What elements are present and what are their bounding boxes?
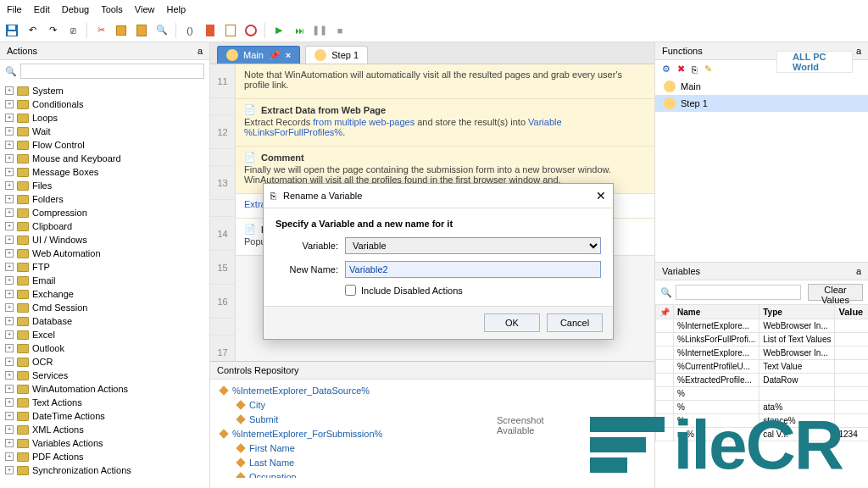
col-type[interactable]: Type — [760, 305, 835, 319]
expand-icon[interactable]: + — [5, 371, 14, 380]
add-function-icon[interactable]: ⚙ — [662, 64, 670, 75]
col-value[interactable]: Value ▴ — [835, 305, 868, 319]
actions-tree-item[interactable]: +Files — [3, 179, 206, 192]
pin-column[interactable]: 📌 — [656, 305, 674, 319]
expand-icon[interactable]: + — [5, 358, 14, 366]
expand-icon[interactable]: + — [5, 86, 14, 95]
actions-tree-item[interactable]: +Conditionals — [3, 97, 206, 111]
function-item-main[interactable]: Main — [655, 78, 868, 95]
expand-icon[interactable]: + — [5, 141, 14, 149]
expand-icon[interactable]: + — [5, 127, 14, 136]
actions-tree-item[interactable]: +Exchange — [3, 287, 206, 301]
controls-repo-item[interactable]: First Name — [217, 441, 648, 455]
pause-icon[interactable]: ❚❚ — [313, 24, 326, 37]
controls-repo-item[interactable]: %InternetExplorer_DataSource% — [217, 383, 648, 397]
edit-icon[interactable]: ✎ — [704, 64, 712, 75]
controls-repo-item[interactable]: Last Name — [217, 455, 648, 469]
controls-repo-item[interactable]: City — [217, 397, 648, 412]
actions-tree-item[interactable]: +Database — [3, 314, 206, 328]
close-icon[interactable]: ✕ — [596, 189, 606, 202]
expand-icon[interactable]: + — [5, 249, 14, 258]
actions-tree-item[interactable]: +Cmd Session — [3, 301, 206, 314]
expand-icon[interactable]: + — [5, 208, 14, 217]
actions-tree-item[interactable]: +Clipboard — [3, 219, 206, 233]
expand-icon[interactable]: + — [5, 222, 14, 230]
controls-repo-item[interactable]: %InternetExplorer_ForSubmission% — [217, 426, 648, 441]
include-disabled-checkbox[interactable] — [345, 285, 356, 296]
expand-icon[interactable]: + — [5, 452, 14, 461]
variables-table[interactable]: 📌 Name Type Value ▴ %InternetExplore...W… — [655, 304, 868, 441]
actions-tree-item[interactable]: +Synchronization Actions — [3, 463, 206, 477]
delete-icon[interactable]: ✖ — [677, 64, 685, 75]
stop-icon[interactable]: ■ — [333, 24, 347, 37]
expand-icon[interactable]: + — [5, 181, 14, 190]
actions-tree-item[interactable]: +Folders — [3, 192, 206, 206]
variable-row[interactable]: %InternetExplore...WebBrowser In... — [656, 347, 869, 360]
variables-search-input[interactable] — [676, 285, 801, 300]
actions-tree-item[interactable]: +Variables Actions — [3, 436, 206, 450]
bookmark-icon[interactable] — [203, 24, 217, 37]
tab-step1[interactable]: Step 1 — [305, 46, 368, 64]
variable-row[interactable]: %stance% — [656, 414, 869, 428]
dialog-titlebar[interactable]: ⎘ Rename a Variable ✕ — [264, 184, 613, 208]
expand-icon[interactable]: + — [5, 412, 14, 420]
tab-pin-icon[interactable]: 📌 — [269, 50, 281, 61]
menu-item[interactable]: Edit — [34, 4, 50, 14]
sheet-icon[interactable] — [224, 24, 237, 37]
step-block[interactable]: Note that WinAutomation will automatical… — [236, 64, 654, 99]
clear-values-button[interactable]: Clear Values — [808, 284, 863, 301]
expand-icon[interactable]: + — [5, 276, 14, 285]
actions-tree-item[interactable]: +UI / Windows — [3, 233, 206, 247]
variable-row[interactable]: %CurrentProfileU...Text Value — [656, 360, 869, 374]
actions-tree-item[interactable]: +Web Automation — [3, 247, 206, 260]
cut-icon[interactable]: ✂ — [94, 24, 108, 37]
expand-icon[interactable]: + — [5, 330, 14, 339]
ok-button[interactable]: OK — [484, 313, 540, 332]
expand-icon[interactable]: + — [5, 385, 14, 393]
actions-tree-item[interactable]: +Message Boxes — [3, 165, 206, 179]
variable-select[interactable]: Variable — [345, 237, 601, 254]
expand-icon[interactable]: + — [5, 317, 14, 325]
actions-tree-item[interactable]: +DateTime Actions — [3, 409, 206, 423]
actions-tree-item[interactable]: +Text Actions — [3, 396, 206, 409]
actions-tree-item[interactable]: +Email — [3, 274, 206, 287]
actions-tree[interactable]: +System+Conditionals+Loops+Wait+Flow Con… — [0, 82, 209, 488]
actions-tree-item[interactable]: +System — [3, 84, 206, 97]
expand-icon[interactable]: + — [5, 439, 14, 447]
variable-row[interactable]: % — [656, 387, 869, 401]
expand-icon[interactable]: + — [5, 344, 14, 352]
close-icon[interactable]: × — [286, 50, 291, 60]
expand-icon[interactable]: + — [5, 263, 14, 271]
paste-icon[interactable] — [135, 24, 148, 37]
expand-icon[interactable]: + — [5, 425, 14, 434]
variable-row[interactable]: %ata% — [656, 401, 869, 414]
actions-tree-item[interactable]: +XML Actions — [3, 423, 206, 436]
menu-item[interactable]: Tools — [101, 4, 123, 14]
step-block[interactable]: 📄Extract Data from Web PageExtract Recor… — [236, 99, 654, 147]
actions-tree-item[interactable]: +Loops — [3, 111, 206, 125]
paren-icon[interactable]: () — [183, 24, 197, 37]
target-icon[interactable] — [244, 24, 258, 37]
variable-row[interactable]: %InternetExplore...WebBrowser In... — [656, 319, 869, 333]
menu-item[interactable]: Debug — [62, 4, 89, 14]
menu-item[interactable]: View — [135, 4, 155, 14]
actions-tree-item[interactable]: +Flow Control — [3, 138, 206, 152]
actions-tree-item[interactable]: +PDF Actions — [3, 450, 206, 463]
actions-tree-item[interactable]: +Compression — [3, 206, 206, 219]
record-icon[interactable]: ⎚ — [66, 24, 80, 37]
actions-tree-item[interactable]: +OCR — [3, 355, 206, 369]
tab-main[interactable]: Main 📌 × — [217, 46, 300, 64]
variable-row[interactable]: %LinksForFullProfi...List of Text Values — [656, 333, 869, 347]
expand-icon[interactable]: + — [5, 290, 14, 298]
actions-tree-item[interactable]: +FTP — [3, 260, 206, 274]
menu-item[interactable]: Help — [166, 4, 186, 14]
function-item-step1[interactable]: Step 1 — [655, 95, 868, 112]
actions-tree-item[interactable]: +Excel — [3, 328, 206, 341]
col-name[interactable]: Name — [674, 305, 760, 319]
expand-icon[interactable]: + — [5, 168, 14, 176]
search-icon[interactable]: 🔍 — [155, 24, 169, 37]
expand-icon[interactable]: + — [5, 100, 14, 108]
functions-list[interactable]: Main Step 1 — [655, 78, 868, 262]
expand-icon[interactable]: + — [5, 114, 14, 122]
run-icon[interactable]: ▶ — [272, 24, 286, 37]
